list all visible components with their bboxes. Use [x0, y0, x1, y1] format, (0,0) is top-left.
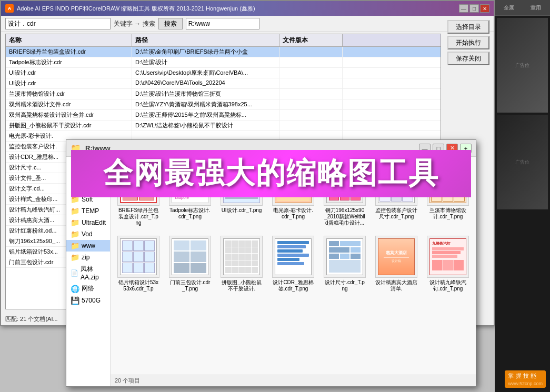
table-row[interactable]: 双州糯米酒设计文件.cdr D:\兰溪\YZY\黄酒箱\双州糯米黄酒箱398x2…	[6, 99, 441, 110]
thumbnail-label-lanxi: 兰溪市博物馆设计.cdr_T.png	[427, 207, 469, 220]
thumbnail-box-size	[324, 236, 366, 278]
table-row[interactable]: 拼版图_小熊松鼠不干胶设计.cdr D:\ZWL\洁达棉签\小熊松鼠不干胶设计	[6, 120, 441, 131]
row-path: D:\兰溪\YZY\黄酒箱\双州糯米黄酒箱398x25...	[132, 99, 279, 109]
row-version	[279, 89, 343, 99]
thumbnail-item-jijiu[interactable]: 九峰铁汽钉 设计稿九峰铁汽钉.cdr_T.png	[424, 233, 472, 295]
watermark: 掌 握 技 能 www.52cnp.com	[505, 370, 546, 388]
drive-icon: 💾	[71, 296, 79, 305]
table-row[interactable]: UI设计.cdr D:\d\0426\CorelVBA\Tools_202204	[6, 78, 441, 89]
sidebar-item-label: UltraEdit	[82, 219, 106, 226]
sidebar-item-www[interactable]: 📁www	[66, 240, 110, 252]
network-icon: 🌐	[71, 285, 79, 293]
sidebar-item-zip[interactable]: 📁zip	[66, 252, 110, 263]
save-close-button[interactable]: 保存关闭	[447, 52, 489, 65]
sidebar-item-label: 5700G	[82, 297, 101, 304]
arrow-label: 关键字 → 搜索	[114, 19, 155, 28]
maximize-button[interactable]: □	[469, 4, 479, 13]
watermark-text2: 握	[516, 373, 522, 379]
thumbnail-item-hotel[interactable]: 惠宾大酒店 设计稿 设计稿惠宾大酒店清单.	[373, 233, 420, 295]
title-bar-buttons: — □ ✕	[459, 4, 489, 13]
thumbnail-label-hotel: 设计稿惠宾大酒店清单.	[375, 279, 417, 292]
thumbnail-item-al[interactable]: 铝片纸箱设计53x53x6.cdr_T.p	[115, 233, 162, 295]
ad-visual-2: 广告位	[497, 115, 548, 209]
search-button[interactable]: 搜索	[158, 18, 183, 29]
row-name: 兰溪市博物馆设计.cdr	[6, 89, 132, 99]
right-buttons: 选择目录 开始执行 保存关闭	[447, 20, 489, 65]
path-input[interactable]	[186, 18, 259, 29]
folder-icon: 📁	[71, 242, 79, 250]
sidebar-item-网络[interactable]: 🌐网络	[66, 283, 110, 295]
sidebar-item-vod[interactable]: 📁Vod	[66, 228, 110, 240]
row-name: UI设计.cdr	[6, 78, 132, 88]
row-path: D:\兰溪\金角印刷厂\BRIEFS绿丹兰两个小盒	[132, 47, 279, 57]
row-version	[279, 110, 343, 120]
folder-icon: 📁	[71, 207, 79, 215]
ad-content: 广告位 广告位	[495, 16, 550, 392]
ad-column: 全展 室用 广告位 广告位	[495, 0, 550, 392]
col-path: 路径	[132, 34, 279, 46]
minimize-button[interactable]: —	[459, 4, 468, 13]
thumbnail-box-cdr	[272, 236, 314, 278]
toolbar: 关键字 → 搜索 搜索	[1, 16, 494, 32]
sidebar-item-label: TEMP	[82, 207, 99, 215]
thumbnail-label-tadpole: Tadpole标志设计.cdr_T.png	[169, 207, 211, 220]
table-row[interactable]: Tadpole标志设计.cdr D:\兰溪\设计	[6, 57, 441, 68]
watermark-text3: 技	[523, 373, 529, 379]
row-version	[279, 120, 343, 130]
sidebar-item-label: 凤林AA.zip	[81, 265, 106, 281]
thumbnail-item-cdr[interactable]: 设计CDR_雅思棉签.cdr_T.png	[269, 233, 317, 295]
thumbnail-label-ui: UI设计.cdr_T.png	[222, 207, 262, 214]
row-path: D:\兰溪\设计\兰溪市博物馆三折页	[132, 89, 279, 99]
thumbnail-label-elec: 电光原-彩卡设计.cdr_T.png	[272, 207, 314, 220]
table-row[interactable]: 兰溪市博物馆设计.cdr D:\兰溪\设计\兰溪市博物馆三折页	[6, 89, 441, 99]
row-version	[279, 68, 343, 78]
thumbnail-item-size[interactable]: 设计尺寸.cdr_T.png	[321, 233, 368, 295]
thumbnail-label-cdr: 设计CDR_雅思棉签.cdr_T.png	[272, 279, 314, 292]
select-dir-button[interactable]: 选择目录	[447, 20, 489, 34]
explorer-status: 20 个项目	[111, 375, 476, 386]
sidebar-item-label: zip	[82, 254, 89, 261]
row-name: 双州糯米酒设计文件.cdr	[6, 99, 132, 109]
ad-fullscreen-label[interactable]: 全展	[504, 4, 514, 12]
ad-visual-1: 广告位	[497, 18, 548, 113]
folder-icon: 📁	[71, 230, 79, 238]
thumbnail-box-hotel: 惠宾大酒店 设计稿	[375, 236, 417, 278]
search-input[interactable]	[5, 18, 111, 29]
thumbnail-label-knife: 钢刀196x125x90_2010新款Weltbild蛋糕毛巾设计...	[324, 207, 366, 226]
row-version	[279, 47, 343, 57]
sidebar-item-5700g[interactable]: 💾5700G	[66, 295, 110, 306]
thumbnail-box-jijiu: 九峰铁汽钉	[427, 236, 469, 278]
status-bar: 匹配: 21 个文档(AI...	[5, 315, 58, 323]
row-version	[279, 57, 343, 67]
row-path: D:\d\0426\CorelVBA\Tools_202204	[132, 78, 279, 88]
table-header: 名称 路径 文件版本	[6, 34, 441, 47]
execute-button[interactable]: 开始执行	[447, 36, 489, 49]
thumbnail-label-monitor: 监控包装客户设计尺寸.cdr_T.png	[375, 207, 417, 220]
row-name: UI设计.cdr	[6, 68, 132, 78]
sidebar-item-label: 网络	[82, 284, 94, 293]
thumbnail-item-men[interactable]: 门前三包设计.cdr_T.png	[166, 233, 214, 295]
sidebar-item-凤林aa.zip[interactable]: 📄凤林AA.zip	[66, 263, 110, 283]
sidebar-item-label: www	[82, 242, 95, 249]
sidebar-item-ultraedit[interactable]: 📁UltraEdit	[66, 217, 110, 228]
thumbnail-label-jijiu: 设计稿九峰铁汽钉.cdr_T.png	[427, 279, 469, 292]
main-title: Adobe AI EPS INDD PDF和CorelDRAW 缩略图工具 版权…	[17, 5, 255, 13]
row-version	[279, 78, 343, 88]
thumbnail-box-bear	[221, 236, 263, 278]
sidebar-item-temp[interactable]: 📁TEMP	[66, 205, 110, 217]
watermark-text: 掌	[508, 373, 514, 379]
ad-room-label[interactable]: 室用	[531, 4, 541, 12]
app-icon: A	[5, 4, 14, 13]
promo-text: 全网最强大的缩略图工具	[103, 154, 439, 194]
table-row[interactable]: BRIEFS绿丹兰包装盒设计.cdr D:\兰溪\金角印刷厂\BRIEFS绿丹兰…	[6, 47, 441, 57]
thumbnail-label-al: 铝片纸箱设计53x53x6.cdr_T.p	[117, 279, 159, 292]
table-row[interactable]: 双州高粱烧标签设计设计合并.cdr D:\兰溪\王师傅\2015年之前\双州高粱…	[6, 110, 441, 120]
close-button[interactable]: ✕	[480, 4, 489, 13]
watermark-url: www.52cnp.com	[508, 381, 543, 386]
thumbnail-item-bear[interactable]: 拼版图_小熊松鼠不干胶设计.	[218, 233, 265, 295]
folder-icon: 📁	[71, 218, 79, 227]
col-name: 名称	[6, 34, 132, 46]
thumbnail-label-briefs: BRIEFS绿丹兰包装盒设计.cdr_T.png	[117, 207, 159, 226]
row-name: 拼版图_小熊松鼠不干胶设计.cdr	[6, 120, 132, 130]
table-row[interactable]: UI设计.cdr C:\Users\vip\Desktop\原来桌面\Corel…	[6, 68, 441, 78]
